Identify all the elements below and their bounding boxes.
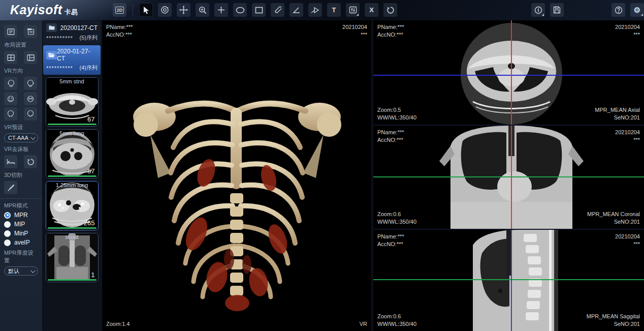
axial-overlay-bottomright: MPR_MEAN Axial SeNO:201	[595, 106, 640, 122]
sagittal-crosshair-vertical[interactable]	[511, 230, 512, 331]
layout-report-button[interactable]	[24, 25, 37, 38]
mpr-mode-radio-aveip[interactable]: aveIP	[4, 239, 38, 246]
radio-icon	[4, 230, 11, 237]
vr-preset-value: CT-AAA	[8, 135, 28, 141]
head-anterior-icon	[26, 95, 35, 103]
vr-preset-select[interactable]: CT-AAA	[4, 133, 38, 142]
series-thumbnail-3[interactable]: 1.25mm lung 265	[46, 181, 99, 230]
study-series-count: (5)序列	[80, 34, 98, 42]
study-date: 20210204	[615, 23, 640, 31]
folder-closed-icon	[49, 25, 55, 30]
vr-head-inferior-button[interactable]	[24, 107, 37, 121]
window-level-readout: WW/WL:350/40	[377, 218, 416, 226]
series-thumbnail-2[interactable]: 5mm lung 67	[46, 129, 99, 178]
window-level-tool-button[interactable]	[346, 3, 360, 17]
axial-crosshair-horizontal[interactable]	[373, 75, 644, 76]
mpr-mode-radio-mpr[interactable]: MPR	[4, 212, 38, 219]
mpr-mode-label: MPR模式	[4, 202, 38, 209]
patient-name: PName:***	[377, 233, 404, 240]
rotate-3d-tool-button[interactable]	[158, 3, 172, 17]
series-panel: 20200127-CT ********** (5)序列 2020-01-27-…	[42, 20, 102, 331]
mpr-mode-radio-mip[interactable]: MIP	[4, 221, 38, 228]
crosshair-tool-button[interactable]	[214, 3, 228, 17]
series-stars: ***	[615, 31, 640, 39]
study-date: 20210204	[342, 23, 367, 31]
accession-number: AccNO:***	[377, 31, 404, 39]
vr-head-anterior-button[interactable]	[24, 92, 37, 105]
bed-reset-button[interactable]	[24, 155, 37, 168]
sagittal-overlay-topright: 20210204 ***	[615, 233, 640, 248]
delete-annotation-tool-button[interactable]: X	[365, 3, 378, 17]
sagittal-overlay-topleft: PName:*** AccNO:***	[377, 233, 404, 248]
bed-icon	[7, 158, 15, 165]
study-date: 20210204	[615, 129, 640, 136]
measure-angle-tool-button[interactable]	[289, 3, 303, 17]
head-superior-icon	[7, 95, 15, 103]
vr-preset-label: VR预设	[4, 124, 38, 131]
coronal-viewport[interactable]: PName:*** AccNO:*** 20210204 *** Zoom:0.…	[373, 126, 644, 229]
patient-name: PName:***	[377, 23, 404, 31]
settings-button[interactable]: ⚙	[630, 3, 644, 17]
pencil-measure-icon	[274, 6, 281, 14]
sagittal-crosshair-horizontal[interactable]	[373, 279, 644, 280]
study-title: 20200127-CT	[60, 24, 98, 32]
vr-head-superior-button[interactable]	[4, 92, 17, 105]
ct-viewer-app: Kayisoft 卡易 2D	[0, 0, 644, 331]
measure-length-tool-button[interactable]	[271, 3, 284, 17]
reset-tool-button[interactable]	[383, 3, 397, 17]
vr-rendering-image	[102, 20, 371, 331]
mpr-thickness-select[interactable]: 默认	[4, 266, 38, 276]
series-number: SeNO:201	[587, 218, 640, 226]
window-level-readout: WW/WL:350/40	[377, 320, 416, 328]
study-item-1[interactable]: 20200127-CT ********** (5)序列	[43, 21, 101, 45]
series-thumbnail-1[interactable]: 5mm stnd 67	[46, 77, 99, 127]
radio-icon	[4, 221, 11, 228]
mpr-thickness-value: 默认	[8, 267, 19, 275]
radio-icon	[4, 239, 11, 246]
series-thumbnail-4[interactable]: scout 1	[46, 233, 99, 282]
radio-label: MinP	[14, 230, 28, 237]
study-date: 20210204	[615, 233, 640, 240]
bed-reset-icon	[27, 158, 35, 166]
vr-overlay-topleft: PName:*** AccNO:***	[106, 23, 133, 39]
vr-direction-label: VR方向	[4, 67, 38, 75]
cut-3d-button[interactable]	[4, 181, 17, 194]
zoom-icon	[199, 6, 207, 14]
sagittal-viewport[interactable]: PName:*** AccNO:*** 20210204 *** Zoom:0.…	[373, 230, 644, 331]
cursor-icon	[143, 6, 150, 14]
ellipse-roi-tool-button[interactable]	[233, 3, 247, 17]
view-type-label: MPR_MEAN Axial	[595, 106, 640, 114]
text-annotation-tool-button[interactable]: T	[327, 3, 341, 17]
vr-head-right-button[interactable]	[24, 77, 37, 90]
layout-grid-2x2-button[interactable]	[4, 51, 17, 64]
export-2d-button[interactable]: 2D	[113, 3, 126, 17]
mpr-mode-radio-minp[interactable]: MinP	[4, 230, 38, 237]
vr-head-left-button[interactable]	[4, 77, 17, 90]
vr-viewport[interactable]: PName:*** AccNO:*** 20210204 *** Zoom:1.…	[102, 20, 371, 331]
secondary-toolbar	[531, 3, 564, 17]
pan-tool-button[interactable]	[177, 3, 190, 17]
zoom-tool-button[interactable]	[196, 3, 209, 17]
layout-split-button[interactable]	[24, 51, 37, 64]
cursor-tool-button[interactable]	[139, 3, 153, 17]
axial-viewport[interactable]: PName:*** AccNO:*** 20210204 *** Zoom:0.…	[373, 20, 644, 125]
vr-head-posterior-button[interactable]	[4, 107, 17, 121]
layout-single-button[interactable]	[4, 25, 17, 38]
layout-settings-label: 布局设置	[4, 41, 38, 49]
remove-bed-button[interactable]	[4, 155, 17, 168]
axial-crosshair-vertical[interactable]	[511, 20, 512, 125]
help-button[interactable]	[611, 3, 625, 17]
save-button[interactable]	[550, 3, 564, 17]
thumbnail-progress-bar	[48, 227, 96, 229]
study-patient-masked: **********	[46, 65, 73, 71]
accession-number: AccNO:***	[106, 31, 133, 39]
gear-icon: ⚙	[634, 6, 640, 14]
info-button[interactable]	[531, 3, 545, 17]
thumbnail-label: 5mm stnd	[46, 78, 98, 84]
rect-roi-tool-button[interactable]	[252, 3, 266, 17]
arrow-annotation-tool-button[interactable]	[308, 3, 322, 17]
study-item-2[interactable]: 2020-01-27-CT ********** (4)序列	[43, 45, 101, 75]
coronal-crosshair-horizontal[interactable]	[373, 176, 644, 177]
coronal-crosshair-vertical[interactable]	[511, 126, 512, 229]
thumbnail-progress-bar	[48, 175, 96, 177]
